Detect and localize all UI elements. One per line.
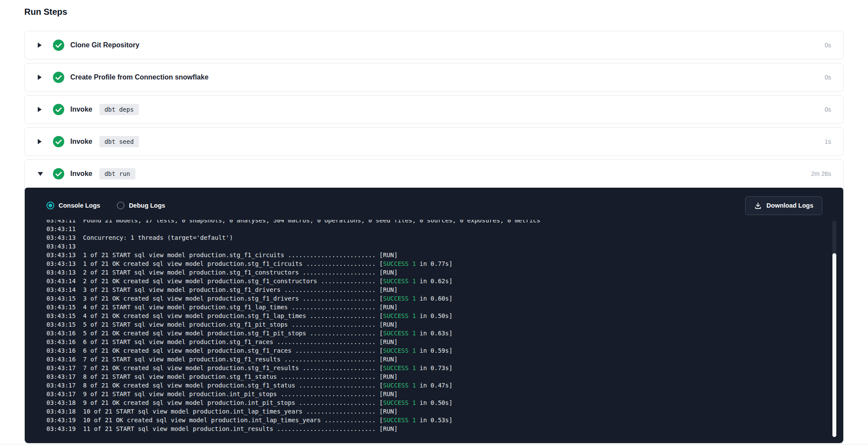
command-chip: dbt deps bbox=[99, 104, 139, 115]
step-create-profile: Create Profile from Connection snowflake… bbox=[24, 63, 844, 92]
log-line: 03:43:17 9 of 21 START sql view model pr… bbox=[46, 390, 824, 398]
log-line: 03:43:15 4 of 21 OK created sql view mod… bbox=[46, 311, 824, 320]
step-invoke-dbt-run: Invoke dbt run 2m 26s Console Logs Debug… bbox=[24, 159, 844, 444]
log-line: 03:43:15 3 of 21 OK created sql view mod… bbox=[46, 294, 824, 303]
command-chip: dbt run bbox=[99, 168, 135, 179]
console-logs-radio[interactable]: Console Logs bbox=[46, 202, 100, 209]
radio-unselected-icon[interactable] bbox=[117, 202, 125, 209]
chevron-right-icon[interactable] bbox=[38, 139, 42, 144]
radio-label: Debug Logs bbox=[129, 202, 165, 209]
chevron-right-icon[interactable] bbox=[38, 107, 42, 112]
step-header[interactable]: Create Profile from Connection snowflake… bbox=[25, 63, 843, 91]
debug-logs-radio[interactable]: Debug Logs bbox=[117, 202, 165, 209]
step-header[interactable]: Invoke dbt seed 1s bbox=[25, 128, 843, 156]
success-check-icon bbox=[53, 168, 64, 179]
log-line: 03:43:14 3 of 21 START sql view model pr… bbox=[46, 285, 824, 294]
log-line: 03:43:18 10 of 21 START sql view model p… bbox=[46, 407, 824, 416]
step-duration: 0s bbox=[825, 74, 831, 81]
log-line: 03:43:17 7 of 21 OK created sql view mod… bbox=[46, 364, 824, 372]
log-lines: 03:43:11 Found 21 models, 17 tests, 0 sn… bbox=[46, 220, 824, 433]
chevron-down-icon[interactable] bbox=[38, 172, 43, 176]
success-check-icon bbox=[53, 72, 64, 83]
step-duration: 1s bbox=[825, 138, 831, 145]
section-divider bbox=[0, 444, 868, 444]
log-line: 03:43:13 1 of 21 START sql view model pr… bbox=[46, 251, 824, 259]
log-line: 03:43:13 2 of 21 START sql view model pr… bbox=[46, 268, 824, 277]
success-check-icon bbox=[53, 104, 64, 115]
step-header[interactable]: Clone Git Repository 0s bbox=[25, 31, 843, 59]
page-title: Run Steps bbox=[24, 7, 844, 17]
radio-label: Console Logs bbox=[59, 202, 100, 209]
step-label: Clone Git Repository bbox=[70, 41, 139, 49]
log-line: 03:43:16 6 of 21 START sql view model pr… bbox=[46, 338, 824, 346]
log-line: 03:43:18 9 of 21 OK created sql view mod… bbox=[46, 398, 824, 407]
step-header[interactable]: Invoke dbt run 2m 26s bbox=[25, 160, 843, 188]
log-line: 03:43:13 Concurrency: 1 threads (target=… bbox=[46, 233, 824, 242]
step-duration: 0s bbox=[825, 42, 831, 49]
step-clone-git-repository: Clone Git Repository 0s bbox=[24, 31, 844, 60]
console-panel: Console Logs Debug Logs Download Logs bbox=[25, 188, 843, 443]
download-logs-button[interactable]: Download Logs bbox=[745, 196, 822, 215]
step-invoke-dbt-deps: Invoke dbt deps 0s bbox=[24, 95, 844, 124]
log-line: 03:43:19 10 of 21 OK created sql view mo… bbox=[46, 416, 824, 424]
step-label: Invoke bbox=[70, 106, 92, 113]
console-scrollbar-thumb[interactable] bbox=[832, 253, 836, 437]
console-log-output[interactable]: 03:43:11 Found 21 models, 17 tests, 0 sn… bbox=[25, 220, 843, 437]
command-chip: dbt seed bbox=[99, 136, 139, 147]
log-line: 03:43:19 11 of 21 START sql view model p… bbox=[46, 424, 824, 433]
step-invoke-dbt-seed: Invoke dbt seed 1s bbox=[24, 127, 844, 156]
log-line: 03:43:11 Found 21 models, 17 tests, 0 sn… bbox=[46, 220, 824, 225]
download-logs-label: Download Logs bbox=[766, 202, 813, 209]
log-line: 03:43:16 5 of 21 OK created sql view mod… bbox=[46, 329, 824, 338]
console-scrollbar[interactable] bbox=[832, 221, 836, 437]
download-icon bbox=[754, 202, 762, 209]
success-check-icon bbox=[53, 40, 64, 51]
step-label: Invoke bbox=[70, 138, 92, 146]
step-label: Create Profile from Connection snowflake bbox=[70, 73, 208, 81]
step-header[interactable]: Invoke dbt deps 0s bbox=[25, 96, 843, 123]
log-line: 03:43:16 6 of 21 OK created sql view mod… bbox=[46, 346, 824, 355]
radio-selected-icon[interactable] bbox=[46, 202, 54, 209]
log-line: 03:43:15 4 of 21 START sql view model pr… bbox=[46, 303, 824, 311]
log-line: 03:43:13 1 of 21 OK created sql view mod… bbox=[46, 259, 824, 268]
console-toolbar: Console Logs Debug Logs Download Logs bbox=[46, 195, 822, 215]
step-duration: 0s bbox=[825, 106, 831, 113]
step-label: Invoke bbox=[70, 170, 92, 178]
log-line: 03:43:16 7 of 21 START sql view model pr… bbox=[46, 355, 824, 364]
log-line: 03:43:17 8 of 21 START sql view model pr… bbox=[46, 372, 824, 381]
step-duration: 2m 26s bbox=[811, 170, 831, 177]
log-line: 03:43:15 5 of 21 START sql view model pr… bbox=[46, 320, 824, 329]
run-steps-page: Run Steps Clone Git Repository 0s Create… bbox=[0, 0, 868, 444]
log-line: 03:43:17 8 of 21 OK created sql view mod… bbox=[46, 381, 824, 390]
chevron-right-icon[interactable] bbox=[38, 43, 42, 48]
chevron-right-icon[interactable] bbox=[38, 75, 42, 80]
log-line: 03:43:11 bbox=[46, 225, 824, 233]
success-check-icon bbox=[53, 136, 64, 147]
log-line: 03:43:14 2 of 21 OK created sql view mod… bbox=[46, 277, 824, 285]
log-line: 03:43:13 bbox=[46, 242, 824, 251]
